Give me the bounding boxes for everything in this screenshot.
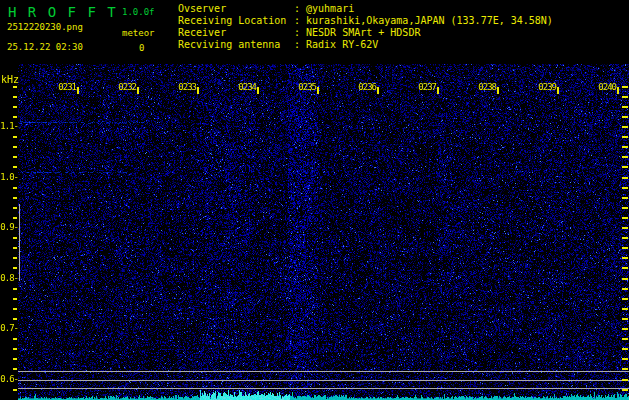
y-right-tick <box>622 328 628 330</box>
y-right-tick <box>622 146 628 148</box>
x-tick-label: 0236 <box>349 82 376 92</box>
x-tick <box>617 87 619 94</box>
y-right-tick <box>622 106 628 108</box>
y-minor-tick <box>13 136 17 138</box>
y-right-tick <box>622 227 628 229</box>
y-right-tick <box>622 86 628 88</box>
y-minor-tick <box>13 368 17 370</box>
x-tick-label: 0240 <box>589 82 616 92</box>
y-right-tick <box>622 308 628 310</box>
x-tick <box>77 87 79 94</box>
y-right-tick <box>622 136 628 138</box>
y-minor-tick <box>13 288 17 290</box>
y-minor-tick <box>13 207 17 209</box>
x-tick-label: 0237 <box>409 82 436 92</box>
y-minor-tick <box>13 217 17 219</box>
y-right-tick <box>622 156 628 158</box>
y-right-tick <box>622 318 628 320</box>
y-minor-tick <box>13 116 17 118</box>
y-tick-label: 0.9- <box>0 222 18 232</box>
y-tick-label: 1.1- <box>0 121 18 131</box>
y-right-tick <box>622 288 628 290</box>
y-right-tick <box>622 116 628 118</box>
y-right-tick <box>622 389 628 391</box>
y-right-tick <box>622 338 628 340</box>
y-minor-tick <box>13 318 17 320</box>
y-right-tick <box>622 166 628 168</box>
x-tick <box>437 87 439 94</box>
y-minor-tick <box>13 389 17 391</box>
y-minor-tick <box>13 166 17 168</box>
y-tick-label: 0.8- <box>0 273 18 283</box>
y-right-tick <box>622 368 628 370</box>
x-tick <box>257 87 259 94</box>
y-tick-label: 0.6- <box>0 374 18 384</box>
y-minor-tick <box>13 358 17 360</box>
x-tick <box>497 87 499 94</box>
y-minor-tick <box>13 237 17 239</box>
calibration-vline <box>19 204 20 281</box>
y-right-tick <box>622 96 628 98</box>
y-minor-tick <box>13 298 17 300</box>
carrier-line <box>18 380 629 381</box>
y-right-tick <box>622 126 628 128</box>
y-minor-tick <box>13 348 17 350</box>
y-tick-label: 1.0- <box>0 172 18 182</box>
y-right-tick <box>622 379 628 381</box>
y-minor-tick <box>13 338 17 340</box>
x-tick <box>377 87 379 94</box>
x-tick-label: 0235 <box>289 82 316 92</box>
y-minor-tick <box>13 86 17 88</box>
y-tick-label: 0.7- <box>0 323 18 333</box>
y-right-tick <box>622 348 628 350</box>
y-right-tick <box>622 217 628 219</box>
y-right-tick <box>622 358 628 360</box>
y-right-tick <box>622 257 628 259</box>
y-right-tick <box>622 237 628 239</box>
x-tick <box>197 87 199 94</box>
y-right-tick <box>622 207 628 209</box>
y-minor-tick <box>13 96 17 98</box>
x-tick-label: 0231 <box>49 82 76 92</box>
x-tick <box>317 87 319 94</box>
carrier-line <box>18 371 629 372</box>
y-minor-tick <box>13 156 17 158</box>
hrofft-window: H R O F F T 1.0.0f 2512220230.png meteor… <box>0 0 629 400</box>
x-tick-label: 0232 <box>109 82 136 92</box>
y-minor-tick <box>13 267 17 269</box>
x-tick <box>557 87 559 94</box>
x-tick-label: 0234 <box>229 82 256 92</box>
carrier-line <box>18 388 629 389</box>
y-right-tick <box>622 278 628 280</box>
y-right-tick <box>622 177 628 179</box>
y-right-tick <box>622 267 628 269</box>
y-right-tick <box>622 197 628 199</box>
y-minor-tick <box>13 146 17 148</box>
y-minor-tick <box>13 257 17 259</box>
y-minor-tick <box>13 197 17 199</box>
x-tick-label: 0238 <box>469 82 496 92</box>
y-right-tick <box>622 298 628 300</box>
x-tick <box>137 87 139 94</box>
y-minor-tick <box>13 106 17 108</box>
y-minor-tick <box>13 247 17 249</box>
axes-layer: 1.1-1.0-0.9-0.8-0.7-0.6-0231023202330234… <box>0 0 629 400</box>
y-right-tick <box>622 187 628 189</box>
y-minor-tick <box>13 187 17 189</box>
y-right-tick <box>622 247 628 249</box>
x-tick-label: 0239 <box>529 82 556 92</box>
x-tick-label: 0233 <box>169 82 196 92</box>
y-minor-tick <box>13 308 17 310</box>
